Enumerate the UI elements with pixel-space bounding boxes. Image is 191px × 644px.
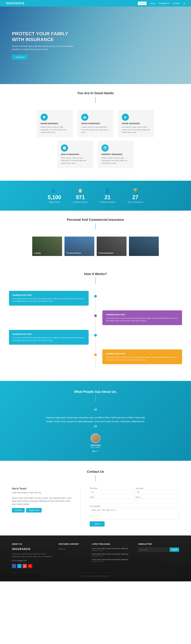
form-email-row: Email Phone [90,496,179,504]
first-name-label: First name [90,487,133,489]
newsletter-form: Submit [138,548,179,552]
footer-latest: LATEST RELEASES Lorem ipsum dolor sit am… [92,543,132,568]
clients-label: Happy Clients [48,201,61,203]
hero-description: Aenean commodo ligula eget dolor aenean … [12,45,75,51]
contact-form: First name Last name Email Phone [90,487,179,526]
stay-connected-label: STAY CONNECTED [12,560,53,562]
travel-insurance-card: TRAVEL INSURANCE Cras ultrices congue or… [118,110,154,137]
footer-featured-heading: FEATURED CONTENT [59,543,86,545]
hero-section: PROTECT YOUR FAMILY WITH INSURANCE Aenea… [0,6,191,84]
newsletter-email-input[interactable] [138,548,170,552]
nav-user-icon[interactable]: ⊙ [183,2,185,5]
contact-section: Contact Us Get In Touch 12/36 Avenue Blo… [0,461,191,536]
last-name-group: Last name [136,487,179,494]
vehicle-card-desc: Congue ornare leo eget malesuada. Cras u… [81,126,110,134]
vehicle-icon [81,114,88,121]
newsletter-submit-button[interactable]: Submit [170,548,179,552]
nav-home[interactable]: Home [138,2,147,5]
hero-cta-button[interactable]: View More [12,54,28,60]
message-group: Your message [90,505,179,520]
message-textarea[interactable] [90,508,179,520]
footer-featured-about: About Us [59,548,86,550]
image-row: Loyalty Trustworthiness Professionalism [12,236,179,256]
loyalty-bg: Loyalty [32,236,62,256]
policies-icon: 📋 [73,188,88,193]
agents-label: Professional Agents [100,201,115,203]
send-button[interactable]: SEND [90,521,105,526]
health-card-desc: Donec congue ornare leo eget malesuada. … [61,157,90,164]
step2-dot [94,314,97,318]
personal-commercial-header: Personal And Commercial Insurance [0,211,191,236]
trustworthiness-card[interactable]: Trustworthiness [65,236,94,256]
personal-commercial-images: Loyalty Trustworthiness Professionalism [0,236,191,265]
news-date-2: February 2, 2014 [92,555,132,557]
last-image-card[interactable] [129,236,159,256]
professionalism-label: Professionalism [98,252,113,254]
loyalty-card[interactable]: Loyalty [32,236,62,256]
phone-input[interactable] [136,499,179,504]
section-divider [95,97,96,103]
email-input[interactable] [90,499,133,504]
nav-contact[interactable]: Contact [173,2,179,4]
footer-newsletter-heading: NEWSLETTER [138,543,179,545]
footer-news-2: Lorem ipsum dolor sit amet consectetur a… [92,553,132,557]
dot-3[interactable] [97,451,98,452]
dot-2[interactable] [95,451,96,452]
agents-number: 21 [100,194,115,200]
step4-dot [94,353,97,356]
how-step-4: Heading Goes Here Lorem ipsum dolor sit … [9,350,182,364]
house-card-desc: Nullam congue ornare leo eget malesuada.… [41,126,69,134]
house-card-title: HOUSE INSURANCE [41,122,69,125]
step4-heading: Heading Goes Here [106,352,178,355]
testimonials-section: What People Say About Us. ❝ Vivamus magn… [0,381,191,461]
subscribe-button[interactable]: Subscribe [12,508,25,512]
footer-newsletter: NEWSLETTER Submit [138,543,179,568]
step1-box: Heading Goes Here Lorem ipsum dolor sit … [9,291,89,306]
twitter-button[interactable]: t [17,564,22,568]
experience-number: 27 [127,194,143,200]
how-divider [95,278,96,284]
phone-label: Phone [136,496,179,498]
news-date-1: February 2, 2014 [92,550,132,551]
last-name-input[interactable] [136,490,179,494]
first-name-input[interactable] [90,490,133,494]
step4-box: Heading Goes Here Lorem ipsum dolor sit … [102,350,182,364]
property-icon [101,144,109,152]
professionalism-card[interactable]: Professionalism [97,236,126,256]
youtube-button[interactable]: ▶ [28,564,32,568]
googleplus-button[interactable]: g+ [23,564,27,568]
clients-icon: 👥 [48,188,61,193]
nav-dropdown[interactable]: Dropdown ▾ [159,2,169,4]
property-insurance-card: PROPERTY INSURANCE Nullam congue ornare … [98,141,134,168]
health-insurance-card: HEALTH INSURANCE Donec congue ornare leo… [57,141,93,168]
stat-experience: 🏆 27 Years of Experience [127,188,143,203]
contact-header: Contact Us [12,470,179,481]
house-insurance-card: HOUSE INSURANCE Nullam congue ornare leo… [37,110,73,137]
loyalty-label: Loyalty [34,252,41,254]
hero-image-overlay [76,6,191,84]
phone-group: Phone [136,496,179,504]
dot-1[interactable] [93,451,94,452]
contact-body: Get In Touch 12/36 Avenue Block-4 New Yo… [12,487,179,526]
get-in-touch-title: Get In Touch [12,487,72,490]
property-card-title: PROPERTY INSURANCE [101,154,130,156]
news-title-3: Lorem ipsum dolor sit amet consectetur a… [92,558,132,560]
policies-label: Insurance Policies [73,201,88,203]
footer-news-3: Lorem ipsum dolor sit amet consectetur a… [92,558,132,562]
footer-about-text: Lorem ipsum dolor sit amet consectetur. … [12,552,53,558]
quote-open-icon: ❝ [12,408,179,414]
register-button[interactable]: Register Now [26,508,42,512]
navigation: INSURANCE Home About Dropdown ▾ Contact … [0,0,191,6]
footer-about-link[interactable]: About Us [59,548,65,550]
step3-dot [94,334,97,337]
testimonial-avatar [91,434,100,443]
nav-about[interactable]: About [150,2,155,4]
agents-icon: 👤 [100,188,115,193]
facebook-button[interactable]: f [12,564,16,568]
footer: ABOUT US INSURANCE Lorem ipsum dolor sit… [0,536,191,582]
footer-featured-list: About Us [59,548,86,550]
how-it-works-section: How It Works? Heading Goes Here Lorem ip… [0,265,191,381]
testimonial-divider [95,396,96,402]
cards-container: HOUSE INSURANCE Nullam congue ornare leo… [0,110,191,181]
step3-text: Lorem ipsum dolor sit amet consectetur a… [13,336,85,342]
